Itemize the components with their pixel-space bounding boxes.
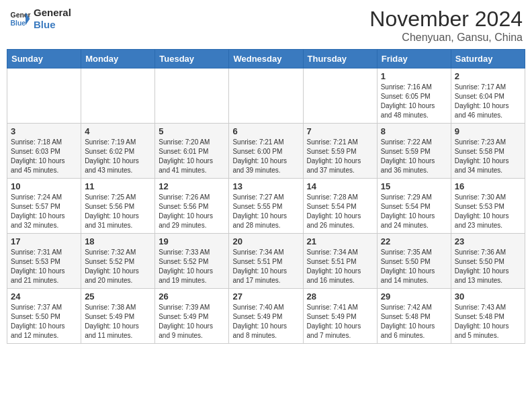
day-info: Sunrise: 7:21 AM Sunset: 6:00 PM Dayligh… [232, 138, 299, 175]
logo-general: General [34, 7, 71, 19]
day-info: Sunrise: 7:40 AM Sunset: 5:49 PM Dayligh… [232, 303, 299, 340]
day-number: 30 [455, 291, 521, 302]
calendar-week-row: 17Sunrise: 7:31 AM Sunset: 5:53 PM Dayli… [7, 234, 525, 289]
title-block: November 2024 Chenyuan, Gansu, China [369, 7, 523, 44]
calendar-cell [81, 68, 155, 124]
calendar-cell: 21Sunrise: 7:34 AM Sunset: 5:51 PM Dayli… [303, 234, 377, 289]
day-number: 19 [159, 236, 225, 246]
day-info: Sunrise: 7:20 AM Sunset: 6:01 PM Dayligh… [159, 138, 225, 175]
weekday-header-wednesday: Wednesday [229, 50, 303, 68]
day-info: Sunrise: 7:17 AM Sunset: 6:04 PM Dayligh… [455, 83, 521, 120]
day-info: Sunrise: 7:36 AM Sunset: 5:50 PM Dayligh… [455, 248, 521, 285]
calendar-cell: 16Sunrise: 7:30 AM Sunset: 5:53 PM Dayli… [451, 179, 525, 234]
day-info: Sunrise: 7:37 AM Sunset: 5:50 PM Dayligh… [11, 303, 77, 340]
day-number: 17 [11, 236, 77, 246]
calendar-cell: 11Sunrise: 7:25 AM Sunset: 5:56 PM Dayli… [81, 179, 155, 234]
day-info: Sunrise: 7:39 AM Sunset: 5:49 PM Dayligh… [159, 303, 225, 340]
calendar-table: SundayMondayTuesdayWednesdayThursdayFrid… [7, 49, 525, 344]
weekday-header-sunday: Sunday [7, 50, 81, 68]
day-number: 7 [307, 126, 373, 136]
calendar-cell: 9Sunrise: 7:23 AM Sunset: 5:58 PM Daylig… [451, 124, 525, 179]
day-number: 3 [11, 126, 77, 136]
page-header: General Blue General Blue November 2024 … [7, 7, 525, 44]
calendar-cell: 10Sunrise: 7:24 AM Sunset: 5:57 PM Dayli… [7, 179, 81, 234]
calendar-cell: 19Sunrise: 7:33 AM Sunset: 5:52 PM Dayli… [155, 234, 229, 289]
calendar-cell [155, 68, 229, 124]
logo-blue: Blue [34, 19, 71, 31]
day-number: 14 [307, 181, 373, 191]
weekday-header-tuesday: Tuesday [155, 50, 229, 68]
day-info: Sunrise: 7:32 AM Sunset: 5:52 PM Dayligh… [85, 248, 151, 285]
day-number: 28 [307, 291, 373, 302]
day-info: Sunrise: 7:33 AM Sunset: 5:52 PM Dayligh… [159, 248, 225, 285]
calendar-week-row: 3Sunrise: 7:18 AM Sunset: 6:03 PM Daylig… [7, 124, 525, 179]
day-info: Sunrise: 7:28 AM Sunset: 5:54 PM Dayligh… [307, 193, 373, 230]
day-number: 9 [455, 126, 521, 136]
calendar-cell: 4Sunrise: 7:19 AM Sunset: 6:02 PM Daylig… [81, 124, 155, 179]
day-info: Sunrise: 7:27 AM Sunset: 5:55 PM Dayligh… [232, 193, 299, 230]
day-info: Sunrise: 7:19 AM Sunset: 6:02 PM Dayligh… [85, 138, 151, 175]
day-number: 18 [85, 236, 151, 246]
calendar-cell: 27Sunrise: 7:40 AM Sunset: 5:49 PM Dayli… [229, 289, 303, 344]
day-info: Sunrise: 7:34 AM Sunset: 5:51 PM Dayligh… [307, 248, 373, 285]
logo: General Blue General Blue [9, 7, 71, 31]
day-info: Sunrise: 7:21 AM Sunset: 5:59 PM Dayligh… [307, 138, 373, 175]
calendar-cell: 8Sunrise: 7:22 AM Sunset: 5:59 PM Daylig… [377, 124, 451, 179]
day-info: Sunrise: 7:18 AM Sunset: 6:03 PM Dayligh… [11, 138, 77, 175]
day-number: 4 [85, 126, 151, 136]
calendar-cell: 3Sunrise: 7:18 AM Sunset: 6:03 PM Daylig… [7, 124, 81, 179]
day-info: Sunrise: 7:29 AM Sunset: 5:54 PM Dayligh… [381, 193, 447, 230]
calendar-cell: 28Sunrise: 7:41 AM Sunset: 5:49 PM Dayli… [303, 289, 377, 344]
day-info: Sunrise: 7:34 AM Sunset: 5:51 PM Dayligh… [232, 248, 299, 285]
day-number: 13 [232, 181, 299, 191]
calendar-cell: 30Sunrise: 7:43 AM Sunset: 5:48 PM Dayli… [451, 289, 525, 344]
calendar-week-row: 24Sunrise: 7:37 AM Sunset: 5:50 PM Dayli… [7, 289, 525, 344]
weekday-header-monday: Monday [81, 50, 155, 68]
day-info: Sunrise: 7:38 AM Sunset: 5:49 PM Dayligh… [85, 303, 151, 340]
day-number: 23 [455, 236, 521, 246]
location: Chenyuan, Gansu, China [369, 32, 523, 44]
svg-text:Blue: Blue [11, 19, 26, 27]
day-number: 1 [381, 71, 447, 81]
calendar-cell: 13Sunrise: 7:27 AM Sunset: 5:55 PM Dayli… [229, 179, 303, 234]
day-number: 10 [11, 181, 77, 191]
day-number: 22 [381, 236, 447, 246]
calendar-cell: 15Sunrise: 7:29 AM Sunset: 5:54 PM Dayli… [377, 179, 451, 234]
day-number: 11 [85, 181, 151, 191]
calendar-cell: 17Sunrise: 7:31 AM Sunset: 5:53 PM Dayli… [7, 234, 81, 289]
day-number: 20 [232, 236, 299, 246]
day-number: 8 [381, 126, 447, 136]
day-number: 15 [381, 181, 447, 191]
logo-icon: General Blue [9, 8, 31, 30]
calendar-cell: 5Sunrise: 7:20 AM Sunset: 6:01 PM Daylig… [155, 124, 229, 179]
weekday-header-row: SundayMondayTuesdayWednesdayThursdayFrid… [7, 50, 525, 68]
calendar-cell [303, 68, 377, 124]
day-number: 16 [455, 181, 521, 191]
day-number: 24 [11, 291, 77, 302]
calendar-cell [229, 68, 303, 124]
day-info: Sunrise: 7:24 AM Sunset: 5:57 PM Dayligh… [11, 193, 77, 230]
calendar-cell: 29Sunrise: 7:42 AM Sunset: 5:48 PM Dayli… [377, 289, 451, 344]
day-info: Sunrise: 7:31 AM Sunset: 5:53 PM Dayligh… [11, 248, 77, 285]
calendar-cell: 6Sunrise: 7:21 AM Sunset: 6:00 PM Daylig… [229, 124, 303, 179]
weekday-header-saturday: Saturday [451, 50, 525, 68]
calendar-cell: 22Sunrise: 7:35 AM Sunset: 5:50 PM Dayli… [377, 234, 451, 289]
day-info: Sunrise: 7:23 AM Sunset: 5:58 PM Dayligh… [455, 138, 521, 175]
day-info: Sunrise: 7:43 AM Sunset: 5:48 PM Dayligh… [455, 303, 521, 340]
day-number: 12 [159, 181, 225, 191]
calendar-cell: 18Sunrise: 7:32 AM Sunset: 5:52 PM Dayli… [81, 234, 155, 289]
day-number: 5 [159, 126, 225, 136]
day-number: 26 [159, 291, 225, 302]
calendar-week-row: 10Sunrise: 7:24 AM Sunset: 5:57 PM Dayli… [7, 179, 525, 234]
calendar-cell: 14Sunrise: 7:28 AM Sunset: 5:54 PM Dayli… [303, 179, 377, 234]
calendar-cell: 12Sunrise: 7:26 AM Sunset: 5:56 PM Dayli… [155, 179, 229, 234]
day-number: 2 [455, 71, 521, 81]
day-number: 25 [85, 291, 151, 302]
day-info: Sunrise: 7:30 AM Sunset: 5:53 PM Dayligh… [455, 193, 521, 230]
day-info: Sunrise: 7:22 AM Sunset: 5:59 PM Dayligh… [381, 138, 447, 175]
calendar-cell [7, 68, 81, 124]
calendar-week-row: 1Sunrise: 7:16 AM Sunset: 6:05 PM Daylig… [7, 68, 525, 124]
calendar-cell: 1Sunrise: 7:16 AM Sunset: 6:05 PM Daylig… [377, 68, 451, 124]
day-number: 21 [307, 236, 373, 246]
day-number: 29 [381, 291, 447, 302]
